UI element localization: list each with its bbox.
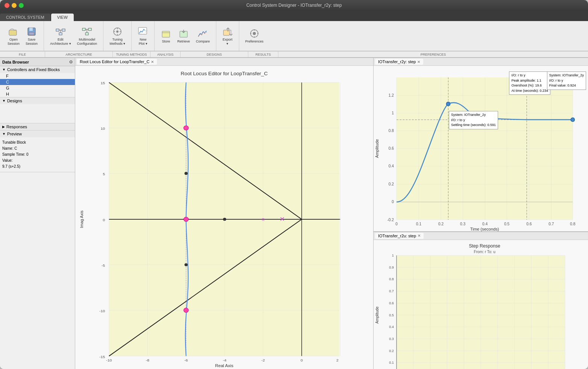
- tab-control-system[interactable]: CONTROL SYSTEM: [0, 14, 50, 21]
- svg-rect-26: [223, 30, 229, 35]
- minimize-button[interactable]: [12, 3, 17, 8]
- tuning-methods-button[interactable]: TuningMethods ▾: [106, 25, 128, 47]
- multimodel-icon: [82, 26, 92, 37]
- svg-text:1.2: 1.2: [389, 93, 394, 97]
- new-plot-button[interactable]: NewPlot ▾: [135, 25, 151, 47]
- store-icon: [161, 28, 171, 39]
- root-locus-tab-label: Root Locus Editor for LoopTransfer_C: [80, 59, 149, 64]
- svg-text:Root Locus Editor for LoopTran: Root Locus Editor for LoopTransfer_C: [181, 71, 268, 76]
- multimodel-button[interactable]: MultimodelConfiguration: [74, 25, 100, 47]
- svg-text:0.6: 0.6: [389, 146, 394, 150]
- svg-text:0.5: 0.5: [389, 313, 394, 317]
- svg-rect-2: [29, 28, 33, 31]
- controllers-arrow: ▼: [2, 68, 6, 71]
- responses-arrow: ▶: [2, 125, 5, 129]
- toolbar-tab-bar: CONTROL SYSTEM VIEW: [0, 11, 588, 21]
- tuning-methods-label: TuningMethods ▾: [109, 38, 125, 46]
- svg-text:Time (seconds): Time (seconds): [470, 227, 499, 231]
- sidebar-item-G[interactable]: G: [0, 85, 75, 91]
- responses-section-label: Responses: [6, 125, 27, 129]
- r2y-tab-close[interactable]: ✕: [417, 60, 420, 64]
- svg-rect-11: [85, 33, 88, 35]
- open-session-button[interactable]: OpenSession: [5, 25, 23, 47]
- retrieve-button[interactable]: Retrieve: [174, 27, 193, 45]
- open-session-label: OpenSession: [8, 38, 20, 46]
- svg-text:0.8: 0.8: [389, 277, 394, 281]
- export-label: Export▾: [223, 38, 232, 46]
- preferences-button[interactable]: Preferences: [242, 27, 267, 45]
- export-button[interactable]: Export▾: [219, 25, 236, 47]
- traffic-lights: [5, 3, 24, 8]
- data-browser-title: Data Browser: [2, 60, 29, 64]
- sidebar-item-F[interactable]: F: [0, 73, 75, 79]
- svg-text:-10: -10: [106, 358, 112, 363]
- designs-section-label: Designs: [7, 99, 22, 103]
- controllers-section-label: Controllers and Fixed Blocks: [7, 67, 60, 72]
- left-plot-tab-bar: Root Locus Editor for LoopTransfer_C ✕: [75, 58, 373, 66]
- maximize-button[interactable]: [19, 3, 24, 8]
- preview-section-label: Preview: [7, 132, 22, 136]
- edit-architecture-button[interactable]: EditArchitecture ▾: [47, 25, 74, 47]
- preview-sample-time: Sample Time: 0: [2, 152, 73, 158]
- svg-text:0.5: 0.5: [504, 222, 509, 226]
- sidebar-item-C[interactable]: C: [0, 79, 75, 85]
- svg-text:Amplitude: Amplitude: [375, 139, 379, 158]
- data-browser-menu[interactable]: ⊙: [69, 59, 73, 64]
- svg-text:0: 0: [301, 358, 303, 363]
- root-locus-svg: Root Locus Editor for LoopTransfer_C: [75, 66, 373, 369]
- preview-section-header[interactable]: ▼ Preview: [0, 131, 75, 137]
- save-icon: [26, 26, 37, 37]
- save-session-button[interactable]: SaveSession: [23, 25, 41, 47]
- svg-text:-4: -4: [223, 358, 226, 363]
- designs-empty: [0, 104, 75, 123]
- store-label: Store: [162, 39, 170, 44]
- svg-text:5: 5: [103, 172, 105, 176]
- svg-rect-6: [59, 33, 62, 35]
- svg-text:0.6: 0.6: [389, 301, 394, 305]
- root-locus-tab[interactable]: Root Locus Editor for LoopTransfer_C ✕: [77, 59, 157, 65]
- r2y-tab[interactable]: IOTransfer_r2y: step ✕: [375, 59, 423, 65]
- results-section-label: RESULTS: [248, 52, 278, 57]
- compare-icon: [198, 28, 208, 39]
- svg-text:15: 15: [100, 81, 105, 85]
- r2u-tab[interactable]: IOTransfer_r2u: step ✕: [375, 233, 424, 239]
- responses-section-header[interactable]: ▶ Responses: [0, 123, 75, 130]
- svg-text:✕: ✕: [280, 216, 284, 222]
- r2y-tab-bar: IOTransfer_r2y: step ✕: [374, 58, 588, 66]
- preferences-icon: [249, 28, 260, 39]
- svg-rect-10: [88, 28, 91, 30]
- right-panel: IOTransfer_r2y: step ✕: [374, 58, 588, 369]
- right-top-panel: IOTransfer_r2y: step ✕: [374, 58, 588, 232]
- preferences-group: Preferences: [239, 21, 270, 51]
- svg-text:-10: -10: [99, 309, 105, 313]
- compare-label: Compare: [196, 39, 210, 44]
- main-content: Data Browser ⊙ ▼ Controllers and Fixed B…: [0, 58, 588, 369]
- file-section-label: FILE: [0, 52, 45, 57]
- export-icon: [222, 26, 233, 37]
- root-locus-tab-close[interactable]: ✕: [151, 60, 154, 64]
- r2u-tab-close[interactable]: ✕: [418, 234, 421, 238]
- edit-arch-label: EditArchitecture ▾: [50, 38, 71, 46]
- tab-view[interactable]: VIEW: [51, 14, 74, 21]
- svg-text:0: 0: [103, 218, 105, 222]
- svg-point-62: [184, 172, 187, 175]
- designs-section-header[interactable]: ▼ Designs: [0, 97, 75, 104]
- preview-tunable: Tunable Block: [2, 140, 73, 146]
- tuning-section-label: TUNING METHODS: [113, 52, 150, 57]
- svg-text:0.1: 0.1: [389, 361, 394, 364]
- designs-group: Store Retrieve Compare: [155, 21, 216, 51]
- svg-text:0.3: 0.3: [460, 222, 465, 226]
- svg-text:0.4: 0.4: [389, 164, 394, 168]
- svg-point-66: [184, 217, 188, 222]
- svg-text:0.2: 0.2: [389, 182, 394, 186]
- svg-text:From: r  To: u: From: r To: u: [474, 249, 495, 254]
- sidebar-item-H[interactable]: H: [0, 91, 75, 97]
- data-browser-header: Data Browser ⊙: [0, 58, 75, 66]
- close-button[interactable]: [5, 3, 9, 8]
- store-button[interactable]: Store: [158, 27, 174, 45]
- r2u-tab-bar: IOTransfer_r2u: step ✕: [374, 232, 588, 240]
- preview-section: ▼ Preview Tunable Block Name: C Sample T…: [0, 131, 75, 172]
- svg-text:0.6: 0.6: [526, 222, 532, 226]
- controllers-section-header[interactable]: ▼ Controllers and Fixed Blocks: [0, 66, 75, 73]
- compare-button[interactable]: Compare: [193, 27, 213, 45]
